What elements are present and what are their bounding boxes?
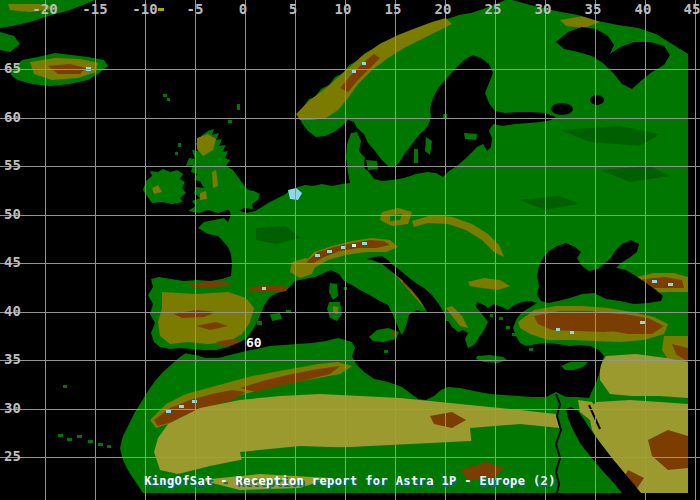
oland	[414, 149, 418, 163]
map-title: KingOfSat - Reception report for Astra 1…	[144, 474, 556, 488]
alps-snow	[362, 242, 367, 245]
scandes-snow	[352, 70, 356, 73]
aegean-island	[512, 333, 516, 336]
corfu	[446, 317, 449, 321]
faroe-islands	[163, 94, 167, 97]
lat-tick: 45	[4, 254, 21, 270]
canary-island	[98, 443, 103, 446]
caucasus-snow	[652, 280, 657, 283]
lon-tick: 10	[335, 1, 352, 17]
lat-tick: 30	[4, 400, 21, 416]
aegean-island	[490, 314, 493, 317]
canary-island	[77, 435, 82, 438]
alps-snow	[315, 254, 320, 257]
aegean-island	[499, 317, 503, 320]
lon-tick: -15	[82, 1, 107, 17]
syrian-desert	[600, 354, 688, 398]
ibiza	[257, 321, 262, 325]
canary-island	[67, 438, 72, 441]
anatolia-lake	[570, 331, 574, 334]
lake-onega	[590, 95, 604, 105]
caucasus-snow	[668, 283, 673, 286]
atlas-snow	[179, 405, 184, 408]
lon-tick: 40	[635, 1, 652, 17]
aegean-island	[506, 326, 510, 329]
lon-tick: 5	[289, 1, 297, 17]
shetland	[237, 104, 240, 110]
malta	[384, 350, 388, 353]
lon-tick: -5	[187, 1, 204, 17]
map-edge-strip-right	[688, 0, 700, 500]
lon-tick: 45	[684, 1, 700, 17]
lat-tick: 65	[4, 60, 21, 76]
atlas-snow	[166, 410, 171, 413]
canary-island	[107, 445, 111, 448]
ararat-snow	[640, 321, 645, 324]
lat-tick: 25	[4, 448, 21, 464]
lat-tick: 40	[4, 303, 21, 319]
rhodes	[529, 348, 533, 351]
canary-island	[88, 440, 93, 443]
lon-tick: -20	[32, 1, 57, 17]
scandes-snow	[362, 62, 366, 65]
orkney	[228, 120, 232, 123]
faroe-islands	[167, 98, 170, 101]
reception-map-canvas: -20 -15 -10 -5 0 5 10 15 20 25 30 35 40 …	[0, 0, 700, 500]
alps-snow-white	[352, 244, 356, 247]
saaremaa	[464, 133, 477, 140]
alps-snow	[327, 250, 332, 253]
lat-tick: 60	[4, 109, 21, 125]
marker-dash	[158, 8, 164, 11]
beam-contour-label: 60	[246, 335, 262, 350]
lon-tick: -10	[132, 1, 157, 17]
lon-tick: 0	[239, 1, 247, 17]
sardinia-hills	[333, 306, 338, 314]
lon-tick: 20	[435, 1, 452, 17]
pyrenees-snow	[262, 287, 266, 290]
lake-ladoga	[551, 103, 573, 115]
hebrides	[175, 152, 178, 155]
anatolia-lake	[556, 328, 560, 331]
latitude-labels: 65 60 55 50 45 40 35 30 25	[4, 60, 21, 464]
lon-tick: 30	[535, 1, 552, 17]
europe-elevation-map: -20 -15 -10 -5 0 5 10 15 20 25 30 35 40 …	[0, 0, 700, 500]
lon-tick: 15	[385, 1, 402, 17]
hebrides	[178, 143, 181, 147]
zealand	[366, 160, 378, 170]
lon-tick: 35	[585, 1, 602, 17]
lon-tick: 25	[485, 1, 502, 17]
lat-tick: 55	[4, 157, 21, 173]
lat-tick: 50	[4, 206, 21, 222]
canary-island	[58, 434, 63, 437]
madeira	[63, 385, 67, 388]
lat-tick: 35	[4, 351, 21, 367]
